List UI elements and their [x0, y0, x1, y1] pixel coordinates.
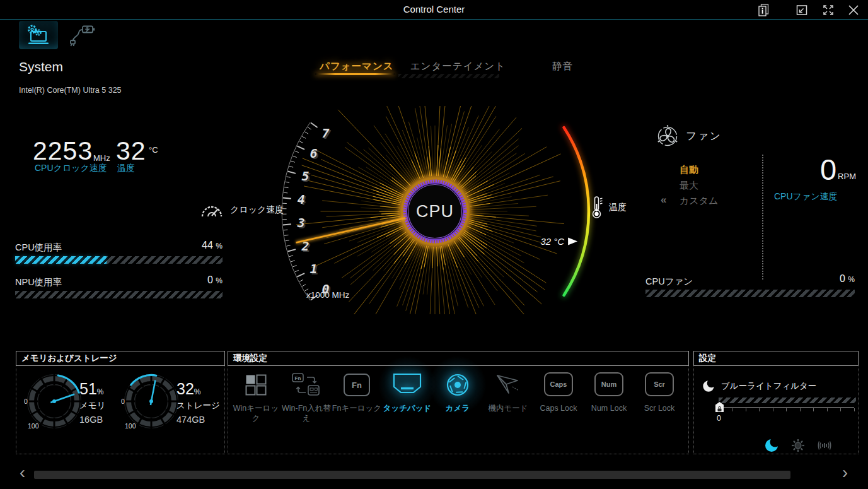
power-battery-icon [69, 23, 96, 47]
environment-items: Winキーロック Fn Win-Fn入れ替え [231, 367, 687, 423]
moon-icon [702, 379, 715, 393]
cpu-usage-value: 44 % [158, 240, 223, 251]
thermometer-icon [591, 196, 604, 220]
scroll-left-arrow[interactable]: ‹ [20, 464, 25, 481]
memory-storage-panel-title: メモリおよびストレージ [16, 351, 225, 366]
env-item-fn-key-lock[interactable]: Fn Fnキーロック [332, 367, 382, 423]
windows-key-icon [243, 367, 269, 403]
env-item-touchpad[interactable]: タッチパッド [382, 367, 432, 423]
svg-text:0: 0 [121, 398, 125, 405]
settings-tab-brightness-icon[interactable] [790, 438, 806, 453]
svg-text:Scr: Scr [654, 380, 665, 388]
system-settings-icon [25, 23, 52, 47]
active-tab-underline [315, 73, 395, 75]
expand-icon[interactable] [820, 3, 836, 18]
fan-usage-bar [645, 290, 855, 297]
fan-rpm-unit: RPM [838, 172, 856, 181]
env-item-win-fn-swap[interactable]: Fn Win-Fn入れ替え [281, 367, 332, 423]
npu-usage-bar [15, 291, 223, 298]
scroll-right-arrow[interactable]: › [842, 464, 848, 481]
airplane-icon [494, 367, 523, 403]
svg-text:x1000 MHz: x1000 MHz [306, 290, 350, 300]
caps-key-icon: Caps [543, 367, 574, 403]
scr-key-icon: Scr [644, 367, 675, 403]
svg-text:Fn: Fn [295, 375, 301, 381]
npu-usage-label: NPU使用率 [15, 276, 62, 288]
svg-text:6: 6 [310, 146, 317, 161]
cpu-gauge: CPU0011223344556677x1000 MHz32 °C [271, 106, 637, 314]
svg-text:Num: Num [601, 380, 617, 388]
close-icon[interactable] [845, 3, 862, 18]
fan-speed-readout: 0 RPM [775, 155, 856, 184]
cpu-temp-value: 32 [116, 138, 146, 164]
mode-tabs: パフォーマンス エンターテイメント 静音 [314, 58, 579, 75]
speedometer-icon [199, 201, 224, 220]
fan-mode-max[interactable]: 最大 [680, 180, 698, 192]
bluelight-level-hatch [719, 398, 856, 403]
settings-panel-title: 設定 [693, 351, 859, 366]
npu-usage-value: 0 % [158, 274, 223, 286]
svg-text:4: 4 [298, 192, 305, 207]
bluelight-slider-ticks [719, 408, 855, 411]
env-item-win-key-lock[interactable]: Winキーロック [231, 367, 281, 423]
num-key-icon: Num [593, 367, 625, 403]
nav-tab-power-battery[interactable] [63, 21, 102, 49]
svg-text:32 °C: 32 °C [540, 236, 564, 247]
fan-usage-label: CPUファン [645, 276, 693, 288]
fan-rpm-value: 0 [820, 155, 836, 184]
fan-section-header: ファン [656, 124, 722, 148]
env-item-scr-lock[interactable]: Scr Scr Lock [634, 367, 685, 423]
svg-text:0: 0 [24, 398, 28, 405]
env-item-camera[interactable]: カメラ [432, 367, 483, 423]
touchpad-icon [392, 367, 422, 403]
restore-icon[interactable] [794, 3, 810, 18]
bluelight-slider-track[interactable] [719, 407, 854, 408]
tab-hatch-decoration [398, 74, 499, 78]
memory-readout: 51% メモリ 16GB [79, 380, 105, 425]
env-item-num-lock[interactable]: Num Num Lock [584, 367, 634, 423]
info-pages-icon[interactable] [755, 3, 772, 18]
cpu-usage-label: CPU使用率 [15, 242, 62, 254]
cpu-clock-label: CPUクロック速度 [35, 163, 107, 174]
nav-tab-system-settings[interactable] [19, 21, 58, 49]
titlebar: Control Center [0, 0, 868, 20]
memory-gauge: 0100 [23, 370, 86, 433]
svg-text:Caps: Caps [550, 380, 567, 388]
camera-icon [443, 367, 473, 403]
env-item-caps-lock[interactable]: Caps Caps Lock [533, 367, 584, 423]
fan-speed-label: CPUファン速度 [774, 191, 838, 203]
settings-tab-audio-icon[interactable] [817, 438, 832, 453]
temp-axis-legend: 温度 [591, 196, 627, 220]
tab-quiet[interactable]: 静音 [547, 58, 579, 75]
fan-mode-custom[interactable]: カスタム [680, 195, 718, 207]
fan-usage-value: 0 % [807, 273, 855, 285]
control-center-window: Control Center [0, 0, 868, 489]
cpu-temp-unit: °C [149, 145, 158, 155]
svg-text:Fn: Fn [352, 380, 362, 390]
cpu-clock-value: 2253 [33, 138, 93, 164]
cpu-usage-bar [15, 256, 223, 264]
fan-mode-auto[interactable]: 自動 [680, 164, 698, 176]
chevron-left-double-icon[interactable]: « [661, 194, 666, 206]
page-title: System [19, 59, 63, 74]
svg-text:CPU: CPU [416, 202, 454, 221]
clock-axis-legend: クロック速度 [199, 201, 284, 220]
fan-section-divider [762, 155, 763, 280]
bluelight-row: ブルーライトフィルター [702, 379, 816, 393]
svg-text:5: 5 [301, 168, 309, 184]
horizontal-scrollbar-thumb[interactable] [34, 471, 790, 479]
cpu-temp-label: 温度 [117, 163, 135, 174]
tab-performance[interactable]: パフォーマンス [314, 58, 400, 75]
cpu-clock-unit: MHz [93, 153, 110, 163]
fan-icon [656, 124, 680, 148]
env-item-airplane-mode[interactable]: 機内モード [483, 367, 533, 423]
svg-text:3: 3 [297, 215, 305, 230]
storage-readout: 32% ストレージ 474GB [176, 380, 220, 425]
svg-text:100: 100 [125, 422, 136, 430]
settings-tab-moon-icon[interactable] [764, 438, 779, 453]
tab-entertainment[interactable]: エンターテイメント [405, 58, 511, 75]
window-title: Control Center [0, 0, 868, 19]
svg-text:100: 100 [28, 422, 39, 430]
svg-text:7: 7 [322, 126, 330, 141]
storage-gauge: 0100 [120, 370, 183, 433]
